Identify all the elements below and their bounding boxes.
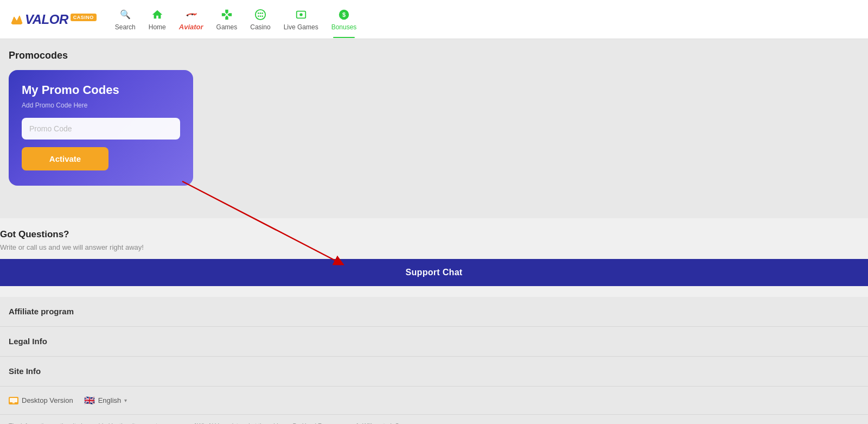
svg-rect-18 <box>12 402 15 403</box>
casino-icon <box>254 8 267 21</box>
nav-label-games: Games <box>216 23 238 31</box>
flag-icon: 🇬🇧 <box>84 395 95 406</box>
language-selector[interactable]: 🇬🇧 English ▾ <box>84 395 127 406</box>
affiliate-label: Affiliate program <box>9 307 74 316</box>
legal-text: The information on the site is provided … <box>0 415 868 424</box>
svg-point-6 <box>260 12 261 14</box>
header: VALOR CASINO 🔍 Search Home <box>0 0 868 39</box>
desktop-icon <box>9 397 18 404</box>
nav-item-bonuses[interactable]: $ Bonuses <box>326 5 362 34</box>
svg-marker-1 <box>11 16 22 24</box>
nav-item-casino[interactable]: Casino <box>245 5 276 34</box>
legal-label: Legal Info <box>9 337 47 346</box>
footer-legal[interactable]: Legal Info <box>0 327 868 357</box>
lang-label: English <box>98 396 122 404</box>
home-icon <box>151 8 164 21</box>
live-games-icon <box>295 8 308 21</box>
nav-label-bonuses: Bonuses <box>331 23 357 31</box>
logo[interactable]: VALOR CASINO <box>9 11 97 28</box>
page-title: Promocodes <box>9 50 859 61</box>
main-nav: 🔍 Search Home Aviator <box>110 4 362 34</box>
nav-label-live-games: Live Games <box>284 23 318 31</box>
promo-card-title: My Promo Codes <box>22 83 180 97</box>
promo-code-input[interactable] <box>22 118 180 140</box>
nav-label-search: Search <box>115 23 136 31</box>
svg-point-4 <box>256 9 265 19</box>
site-label: Site Info <box>9 366 41 376</box>
nav-item-games[interactable]: Games <box>211 5 243 34</box>
promo-card: My Promo Codes Add Promo Code Here Activ… <box>9 70 193 186</box>
svg-point-3 <box>192 14 193 15</box>
svg-point-7 <box>261 12 263 14</box>
nav-item-live-games[interactable]: Live Games <box>278 5 324 34</box>
svg-point-12 <box>299 13 303 16</box>
logo-text: VALOR <box>25 12 68 27</box>
footer-affiliate[interactable]: Affiliate program <box>0 297 868 327</box>
search-icon: 🔍 <box>119 8 132 21</box>
footer-site[interactable]: Site Info <box>0 357 868 387</box>
svg-point-8 <box>258 15 259 17</box>
questions-subtitle: Write or call us and we will answer righ… <box>0 243 868 251</box>
nav-item-search[interactable]: 🔍 Search <box>110 5 141 34</box>
questions-section: Got Questions? Write or call us and we w… <box>0 218 868 297</box>
nav-item-aviator[interactable]: Aviator <box>174 4 209 34</box>
desktop-version-toggle[interactable]: Desktop Version <box>9 396 73 404</box>
svg-rect-17 <box>10 398 17 402</box>
promo-card-subtitle: Add Promo Code Here <box>22 102 180 109</box>
svg-point-9 <box>260 15 261 17</box>
svg-point-2 <box>187 15 188 16</box>
questions-title: Got Questions? <box>0 229 868 240</box>
support-chat-button[interactable]: Support Chat <box>0 259 868 286</box>
games-icon <box>220 8 233 21</box>
promo-section: My Promo Codes Add Promo Code Here Activ… <box>9 70 193 207</box>
main-content: Promocodes My Promo Codes Add Promo Code… <box>0 39 868 218</box>
nav-label-home: Home <box>149 23 166 31</box>
nav-label-casino: Casino <box>250 23 270 31</box>
svg-point-10 <box>261 15 263 17</box>
logo-badge: CASINO <box>71 14 97 21</box>
nav-label-aviator: Aviator <box>179 23 203 31</box>
legal-line-1: The information on the site is provided … <box>9 421 859 424</box>
chevron-down-icon: ▾ <box>124 397 127 403</box>
activate-button[interactable]: Activate <box>22 147 108 170</box>
bonuses-icon: $ <box>337 8 350 21</box>
desktop-label: Desktop Version <box>22 396 73 404</box>
aviator-icon <box>184 8 197 21</box>
svg-point-5 <box>258 12 259 14</box>
svg-text:$: $ <box>342 11 346 17</box>
lang-bar: Desktop Version 🇬🇧 English ▾ <box>0 387 868 415</box>
logo-icon <box>9 11 25 28</box>
nav-item-home[interactable]: Home <box>143 5 171 34</box>
